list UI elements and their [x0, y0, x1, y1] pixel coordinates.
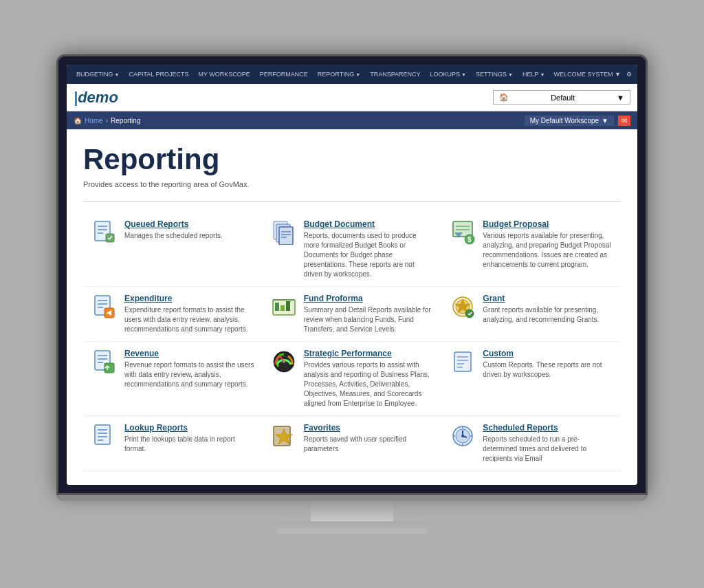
nav-transparency[interactable]: TRANSPARENCY	[366, 65, 424, 84]
budget-proposal-icon: $	[450, 219, 476, 246]
report-item-revenue[interactable]: Revenue Revenue report formats to assist…	[83, 342, 263, 416]
nav-reporting-arrow: ▼	[355, 72, 360, 77]
favorites-title[interactable]: Favorites	[304, 423, 434, 433]
budget-doc-title[interactable]: Budget Document	[304, 219, 434, 229]
report-item-queued[interactable]: Queued Reports Manages the scheduled rep…	[83, 213, 263, 287]
lookup-info: Lookup Reports Print the lookups table d…	[124, 423, 254, 454]
nav-workscope[interactable]: MY WORKSCOPE	[194, 65, 254, 84]
welcome-label[interactable]: WELCOME SYSTEM ▼	[554, 71, 621, 78]
home-icon: 🏠	[74, 117, 82, 124]
expenditure-title[interactable]: Expenditure	[124, 294, 254, 303]
nav-budgeting-arrow: ▼	[115, 72, 120, 77]
strategic-info: Strategic Performance Provides various r…	[304, 349, 434, 409]
nav-items: BUDGETING ▼ CAPITAL PROJECTS MY WORKSCOP…	[72, 65, 549, 84]
revenue-title[interactable]: Revenue	[124, 349, 254, 358]
report-item-grant[interactable]: Grant Grant reports available for presen…	[441, 287, 621, 342]
mail-icon[interactable]: ✉	[618, 116, 630, 126]
scheduled-info: Scheduled Reports Reports scheduled to r…	[483, 423, 613, 464]
budget-proposal-desc: Various reports available for presenting…	[483, 231, 613, 270]
main-content: Reporting Provides access to the reporti…	[67, 129, 637, 485]
revenue-desc: Revenue report formats to assist the use…	[124, 360, 254, 389]
report-item-budget-proposal[interactable]: $ Budget Proposal Various reports availa…	[441, 213, 621, 287]
svg-rect-27	[280, 305, 285, 311]
svg-rect-50	[454, 352, 471, 371]
custom-title[interactable]: Custom	[483, 349, 613, 358]
monitor-wrapper: BUDGETING ▼ CAPITAL PROJECTS MY WORKSCOP…	[56, 54, 648, 534]
nav-lookups-arrow: ▼	[461, 72, 466, 77]
nav-performance[interactable]: PERFORMANCE	[256, 65, 312, 84]
report-item-scheduled[interactable]: Scheduled Reports Reports scheduled to r…	[441, 416, 621, 471]
expenditure-icon	[91, 294, 118, 320]
fund-proforma-title[interactable]: Fund Proforma	[304, 294, 434, 303]
queued-icon	[91, 219, 118, 246]
monitor-stand-neck	[311, 501, 393, 521]
breadcrumb: 🏠 Home › Reporting	[74, 117, 140, 124]
logo-text: demo	[78, 89, 118, 106]
custom-info: Custom Custom Reports. These reports are…	[483, 349, 613, 380]
workscope-bar-arrow: ▼	[602, 117, 608, 124]
fund-proforma-desc: Summary and Detail Reports available for…	[304, 305, 434, 334]
svg-point-49	[283, 360, 285, 363]
queued-desc: Manages the scheduled reports.	[124, 231, 254, 241]
workscope-arrow: ▼	[617, 94, 624, 102]
workscope-bar: My Default Workscope ▼ ✉	[525, 116, 630, 126]
logo: |demo	[74, 89, 118, 107]
report-item-budget-doc[interactable]: Budget Document Reports, documents used …	[263, 213, 442, 287]
strategic-title[interactable]: Strategic Performance	[304, 349, 434, 358]
favorites-desc: Reports saved with user specified parame…	[304, 435, 434, 454]
favorites-info: Favorites Reports saved with user specif…	[304, 423, 434, 454]
workscope-label: Default	[551, 94, 575, 102]
lookup-icon	[91, 423, 118, 449]
queued-info: Queued Reports Manages the scheduled rep…	[124, 219, 254, 241]
report-item-custom[interactable]: Custom Custom Reports. These reports are…	[441, 342, 621, 416]
monitor-bottom	[56, 495, 648, 501]
nav-budgeting[interactable]: BUDGETING ▼	[72, 65, 123, 84]
lookup-title[interactable]: Lookup Reports	[124, 423, 254, 433]
page-subtitle: Provides access to the reporting area of…	[83, 180, 621, 188]
page-title: Reporting	[83, 143, 621, 176]
fund-proforma-icon	[271, 294, 297, 320]
report-item-favorites[interactable]: Favorites Reports saved with user specif…	[263, 416, 442, 471]
workscope-dropdown[interactable]: 🏠 Default ▼	[493, 90, 630, 105]
budget-proposal-title[interactable]: Budget Proposal	[483, 219, 613, 229]
scheduled-desc: Reports scheduled to run a pre-determine…	[483, 435, 613, 464]
breadcrumb-home[interactable]: Home	[85, 117, 103, 124]
report-item-fund-proforma[interactable]: Fund Proforma Summary and Detail Reports…	[263, 287, 442, 342]
lookup-desc: Print the lookups table data in report f…	[124, 435, 254, 454]
favorites-icon	[271, 423, 297, 449]
monitor-stand-base	[276, 521, 428, 534]
svg-point-33	[465, 309, 474, 318]
workscope-bar-label: My Default Workscope	[530, 117, 599, 124]
settings-icon[interactable]: ⚙	[626, 71, 632, 78]
budget-doc-desc: Reports, documents used to produce more …	[304, 231, 434, 279]
svg-rect-26	[275, 303, 279, 311]
nav-capital[interactable]: CAPITAL PROJECTS	[124, 65, 192, 84]
screen-content: BUDGETING ▼ CAPITAL PROJECTS MY WORKSCOP…	[67, 65, 637, 485]
top-nav: BUDGETING ▼ CAPITAL PROJECTS MY WORKSCOP…	[67, 65, 637, 84]
logo-bar: |demo 🏠 Default ▼	[67, 84, 637, 111]
nav-help[interactable]: HELP ▼	[518, 65, 549, 84]
report-item-expenditure[interactable]: Expenditure Expenditure report formats t…	[83, 287, 263, 342]
nav-reporting[interactable]: REPORTING ▼	[314, 65, 364, 84]
grant-desc: Grant reports available for presenting, …	[483, 305, 613, 325]
queued-title[interactable]: Queued Reports	[124, 219, 254, 229]
breadcrumb-bar: 🏠 Home › Reporting My Default Workscope …	[67, 111, 637, 129]
workscope-icon: 🏠	[499, 93, 509, 102]
custom-desc: Custom Reports. These reports are not dr…	[483, 360, 613, 380]
svg-rect-9	[279, 227, 293, 245]
budget-doc-icon	[271, 219, 297, 246]
nav-help-arrow: ▼	[540, 72, 544, 77]
scheduled-title[interactable]: Scheduled Reports	[483, 423, 613, 433]
report-item-lookup[interactable]: Lookup Reports Print the lookups table d…	[83, 416, 263, 471]
nav-lookups[interactable]: LOOKUPS ▼	[426, 65, 470, 84]
nav-settings-arrow: ▼	[508, 72, 513, 77]
breadcrumb-current: Reporting	[111, 117, 140, 124]
nav-settings[interactable]: SETTINGS ▼	[472, 65, 517, 84]
fund-proforma-info: Fund Proforma Summary and Detail Reports…	[304, 294, 434, 334]
report-item-strategic[interactable]: Strategic Performance Provides various r…	[263, 342, 442, 416]
svg-rect-55	[95, 425, 110, 444]
workscope-bar-button[interactable]: My Default Workscope ▼	[525, 116, 614, 126]
grant-info: Grant Grant reports available for presen…	[483, 294, 613, 325]
scheduled-icon	[450, 423, 476, 449]
grant-title[interactable]: Grant	[483, 294, 613, 303]
